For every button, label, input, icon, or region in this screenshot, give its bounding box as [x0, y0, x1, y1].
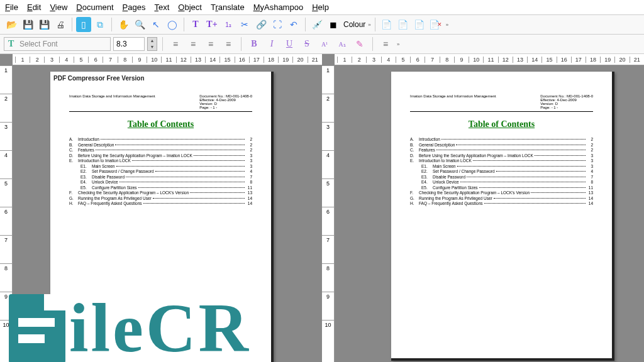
superscript-icon[interactable]: A¹: [317, 36, 332, 52]
toc-row: E2.Set Password / Change Password4: [69, 169, 252, 173]
toc-title: Table of Contents: [410, 119, 593, 129]
separator: [372, 37, 373, 51]
pointer-icon[interactable]: ↖: [148, 17, 164, 32]
menu-translate[interactable]: Translate: [211, 3, 245, 12]
text-icon[interactable]: T: [188, 17, 203, 32]
toc-row: E5.Configure Partition Sizes11: [410, 185, 593, 190]
export-del-icon[interactable]: 📄✕: [428, 17, 443, 32]
toc-row: F.Checking the Security Application Prog…: [69, 190, 252, 195]
expand-icon[interactable]: ⛶: [270, 17, 285, 32]
canvas-right[interactable]: Imation Data Storage and Information Man…: [335, 65, 644, 362]
toc-row: G.Running the Program As Privileged User…: [410, 196, 593, 200]
toc-row: E.Introduction to Imation LOCK3: [69, 158, 252, 163]
save-as-icon[interactable]: 💾: [36, 17, 52, 32]
toc-row: B.General Description2: [69, 143, 252, 147]
toc-row: E.Introduction to Imation LOCK3: [410, 158, 593, 163]
toc-row: D.Before Using the Security Application …: [69, 153, 252, 158]
italic-icon[interactable]: I: [264, 36, 279, 52]
filecr-watermark-logo: ileCR: [9, 288, 251, 362]
ruler-horizontal: 123456789101112131415161718192021: [335, 54, 644, 65]
toc-row: E5.Configure Partition Sizes11: [69, 185, 252, 190]
colour-swatch-icon[interactable]: ◼: [326, 17, 341, 32]
export-dropdown-icon[interactable]: »: [446, 22, 448, 28]
font-size-spinner[interactable]: ▲▼: [147, 37, 157, 51]
page-double-icon[interactable]: ⧉: [92, 17, 108, 32]
toc-row: A.Introduction2: [69, 137, 252, 141]
strikethrough-icon[interactable]: S: [299, 36, 314, 52]
main-toolbar: 📂 💾 💾 🖨 ▯ ⧉ ✋ 🔍 ↖ ◯ T T+ 1₂ ✂ 🔗 ⛶ ↶ 💉 ◼ …: [0, 15, 644, 35]
zoom-icon[interactable]: 🔍: [132, 17, 147, 32]
toc-row: G.Running the Program As Privileged User…: [69, 196, 252, 200]
toc-row: E4.Unlock Device8: [410, 180, 593, 184]
export-1-icon[interactable]: 📄: [379, 17, 394, 32]
align-left-icon[interactable]: ≡: [168, 36, 183, 52]
toc-row: E4.Unlock Device8: [69, 180, 252, 184]
toc-row: C.Features2: [410, 148, 593, 152]
toc-row: D.Before Using the Security Application …: [410, 153, 593, 158]
undo-icon[interactable]: ↶: [286, 17, 301, 32]
spacing-dropdown-icon[interactable]: »: [397, 41, 399, 47]
crop-icon[interactable]: ✂: [237, 17, 252, 32]
right-panel: 123456789101112131415161718192021 123456…: [322, 54, 644, 362]
separator: [111, 18, 112, 31]
separator: [184, 18, 184, 31]
align-justify-icon[interactable]: ≡: [221, 36, 236, 52]
toc-row: E1.Main Screen3: [410, 164, 593, 168]
separator: [162, 37, 163, 51]
menu-file[interactable]: File: [5, 3, 18, 12]
highlight-icon[interactable]: ✎: [352, 36, 367, 52]
menu-help[interactable]: Help: [312, 3, 329, 12]
menu-bar: File Edit View Document Pages Text Objec…: [0, 0, 644, 15]
line-spacing-icon[interactable]: ≡: [378, 36, 393, 52]
menu-view[interactable]: View: [50, 3, 67, 12]
doc-header: Imation Data Storage and Information Man…: [69, 94, 252, 112]
pdf-watermark: PDF Compressor Free Version: [53, 75, 145, 82]
link-icon[interactable]: 🔗: [253, 17, 269, 32]
eyedropper-icon[interactable]: 💉: [309, 17, 325, 32]
hand-icon[interactable]: ✋: [116, 17, 131, 32]
colour-dropdown-icon[interactable]: »: [368, 22, 370, 28]
menu-document[interactable]: Document: [76, 3, 113, 12]
lasso-icon[interactable]: ◯: [165, 17, 180, 32]
doc-header: Imation Data Storage and Information Man…: [410, 94, 593, 112]
save-icon[interactable]: 💾: [20, 17, 35, 32]
export-2-icon[interactable]: 📄: [396, 17, 411, 32]
underline-icon[interactable]: U: [282, 36, 297, 52]
menu-object[interactable]: Object: [178, 3, 202, 12]
toc-row: E3.Disable Password7: [410, 175, 593, 179]
toc-row: B.General Description2: [410, 143, 593, 147]
menu-myashampoo[interactable]: MyAshampoo: [253, 3, 304, 12]
separator: [241, 37, 242, 51]
document-page-right[interactable]: Imation Data Storage and Information Man…: [391, 72, 614, 361]
subscript-icon[interactable]: A₁: [335, 36, 350, 52]
ruler-horizontal: 123456789101112131415161718192021: [13, 54, 322, 65]
print-icon[interactable]: 🖨: [53, 17, 68, 32]
separator: [305, 18, 306, 31]
toc-row: H.FAQ – Frequently Asked Questions14: [410, 201, 593, 206]
toc-row: C.Features2: [69, 148, 252, 152]
toc-row: E1.Main Screen3: [69, 164, 252, 168]
text-add-icon[interactable]: T+: [204, 17, 219, 32]
align-center-icon[interactable]: ≡: [186, 36, 201, 52]
text-sub-icon[interactable]: 1₂: [221, 17, 236, 32]
menu-text[interactable]: Text: [154, 3, 169, 12]
toc-row: E2.Set Password / Change Password4: [410, 169, 593, 173]
align-right-icon[interactable]: ≡: [203, 36, 218, 52]
open-icon[interactable]: 📂: [4, 17, 19, 32]
logo-text: ileCR: [69, 288, 251, 362]
font-placeholder: Select Font: [19, 40, 58, 48]
separator: [72, 18, 72, 31]
toc-row: A.Introduction2: [410, 137, 593, 141]
toc-row: H.FAQ – Frequently Asked Questions14: [69, 201, 252, 206]
toc-row: F.Checking the Security Application Prog…: [410, 190, 593, 195]
font-t-icon: T: [8, 39, 14, 49]
colour-label: Colour: [343, 20, 365, 29]
export-3-icon[interactable]: 📄: [412, 17, 427, 32]
bold-icon[interactable]: B: [247, 36, 262, 52]
menu-pages[interactable]: Pages: [123, 3, 146, 12]
menu-edit[interactable]: Edit: [27, 3, 41, 12]
font-size-input[interactable]: [113, 37, 145, 51]
ruler-vertical: 12345678910: [322, 65, 335, 362]
font-family-select[interactable]: T Select Font: [4, 37, 111, 51]
page-single-icon[interactable]: ▯: [76, 17, 91, 32]
